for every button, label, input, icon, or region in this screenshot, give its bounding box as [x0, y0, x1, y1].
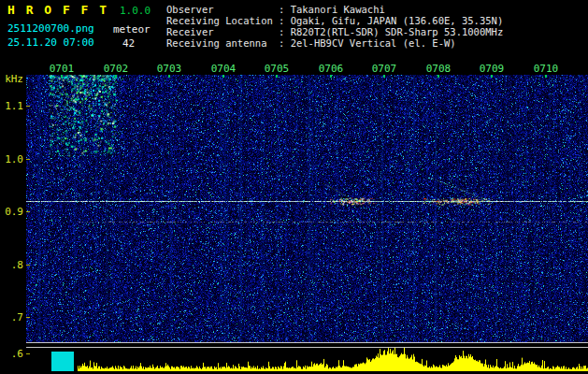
time-label: 0706 [319, 63, 344, 75]
hrofft-window: H R O F F T 1.0.0 2511200700.png meteor … [0, 0, 588, 374]
time-label: 0702 [104, 63, 129, 75]
time-label: 0709 [480, 63, 505, 75]
station-info-row: Receiving antenna2el-HB9CV Vertical (el.… [166, 37, 503, 49]
freq-label: .8 [1, 259, 23, 271]
freq-label: .6 [1, 348, 23, 360]
time-label: 0704 [211, 63, 237, 75]
station-info-row: ReceiverR820T2(RTL-SDR) SDR-Sharp 53.100… [166, 26, 503, 37]
station-info-row: ObserverTakanori Kawachi [166, 4, 503, 15]
freq-label: 1.1 [1, 100, 23, 112]
capture-datetime: 25.11.20 07:00 [7, 36, 94, 49]
echo-count: 42 [122, 37, 135, 50]
station-value: R820T2(RTL-SDR) SDR-Sharp 53.1000MHz [279, 26, 503, 37]
freq-label: .7 [1, 311, 23, 324]
time-label: 0705 [265, 63, 290, 75]
freq-label: 1.0 [1, 153, 23, 165]
station-label: Receiving antenna [166, 37, 279, 49]
time-label: 0710 [534, 63, 559, 75]
station-label: Receiving Location [166, 15, 279, 26]
station-info-row: Receiving LocationOgaki, Gifu, JAPAN (13… [166, 15, 503, 26]
station-value: Takanori Kawachi [279, 4, 385, 15]
capture-filename: 2511200700.png [7, 22, 94, 35]
time-label: 0707 [372, 63, 397, 75]
station-label: Receiver [166, 26, 279, 37]
station-value: Ogaki, Gifu, JAPAN (136.60E, 35.35N) [279, 15, 503, 26]
capture-mode-label: meteor [113, 23, 151, 36]
station-label: Observer [166, 4, 279, 15]
time-label: 0708 [426, 63, 452, 75]
spectrogram-canvas [26, 75, 588, 374]
time-label: 0701 [50, 63, 75, 75]
freq-label: 0.9 [1, 206, 23, 218]
freq-unit-label: kHz [1, 73, 23, 85]
time-label: 0703 [157, 63, 182, 75]
station-info: ObserverTakanori Kawachi Receiving Locat… [166, 4, 503, 49]
station-value: 2el-HB9CV Vertical (el. E-W) [279, 37, 456, 49]
app-version: 1.0.0 [120, 5, 151, 17]
app-title: H R O F F T [7, 3, 108, 17]
